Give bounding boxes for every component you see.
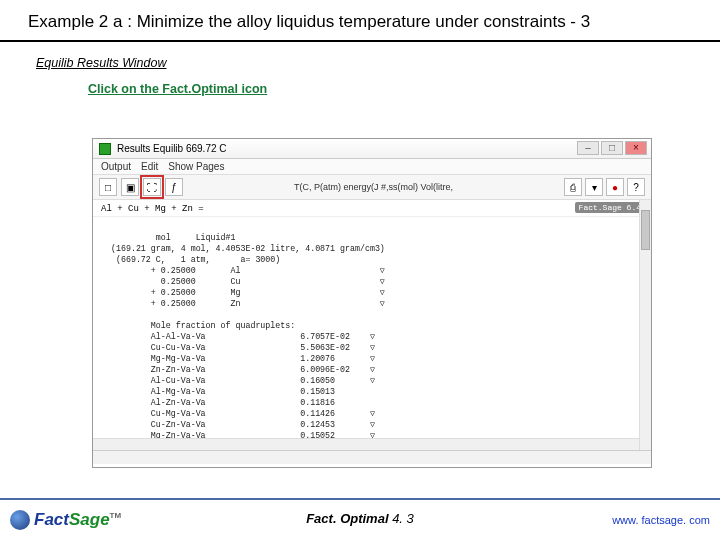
menubar: Output Edit Show Pages bbox=[93, 159, 651, 175]
footer-product: Fact. Optimal bbox=[306, 511, 388, 526]
window-controls: – □ × bbox=[577, 141, 647, 155]
instruction-click-optimal: Click on the Fact.Optimal icon bbox=[0, 70, 720, 102]
results-text: mol Liquid#1 (169.21 gram, 4 mol, 4.4053… bbox=[93, 217, 651, 450]
minimize-button[interactable]: – bbox=[577, 141, 599, 155]
open-icon[interactable]: ▣ bbox=[121, 178, 139, 196]
menu-edit[interactable]: Edit bbox=[141, 161, 158, 172]
app-icon bbox=[99, 143, 111, 155]
footer: FactSageTM Fact. Optimal 4. 3 www. facts… bbox=[0, 500, 720, 540]
close-button[interactable]: × bbox=[625, 141, 647, 155]
formula-text: Al + Cu + Mg + Zn = bbox=[101, 204, 204, 214]
window-titlebar: Results Equilib 669.72 C – □ × bbox=[93, 139, 651, 159]
logo-sage: Sage bbox=[69, 510, 110, 529]
formula-bar: Al + Cu + Mg + Zn = Fact.Sage 6.4 bbox=[93, 200, 651, 217]
maximize-button[interactable]: □ bbox=[601, 141, 623, 155]
slide-title: Example 2 a : Minimize the alloy liquidu… bbox=[0, 0, 720, 38]
results-window: Results Equilib 669.72 C – □ × Output Ed… bbox=[92, 138, 652, 468]
help-icon[interactable]: ? bbox=[627, 178, 645, 196]
fact-optimal-icon[interactable]: ⛶ bbox=[143, 178, 161, 196]
logo-fact: Fact bbox=[34, 510, 69, 529]
menu-show-pages[interactable]: Show Pages bbox=[168, 161, 224, 172]
footer-center: Fact. Optimal 4. 3 bbox=[306, 511, 414, 526]
menu-output[interactable]: Output bbox=[101, 161, 131, 172]
footer-url: www. factsage. com bbox=[612, 514, 710, 526]
results-pane: Al + Cu + Mg + Zn = Fact.Sage 6.4 mol Li… bbox=[93, 200, 651, 450]
page-icon[interactable]: □ bbox=[99, 178, 117, 196]
scroll-thumb[interactable] bbox=[641, 210, 650, 250]
dropdown-icon[interactable]: ▾ bbox=[585, 178, 603, 196]
statusbar bbox=[93, 450, 651, 464]
function-icon[interactable]: ƒ bbox=[165, 178, 183, 196]
brand-tag: Fact.Sage 6.4 bbox=[575, 202, 645, 213]
record-icon[interactable]: ● bbox=[606, 178, 624, 196]
vertical-scrollbar[interactable] bbox=[639, 200, 651, 450]
toolbar-caption: T(C, P(atm) energy(J #,ss(mol) Vol(litre… bbox=[187, 182, 560, 192]
toolbar: □ ▣ ⛶ ƒ T(C, P(atm) energy(J #,ss(mol) V… bbox=[93, 175, 651, 200]
horizontal-scrollbar[interactable] bbox=[93, 438, 639, 450]
factsage-logo: FactSageTM bbox=[10, 510, 121, 530]
window-title: Results Equilib 669.72 C bbox=[117, 143, 227, 154]
logo-tm: TM bbox=[110, 511, 122, 520]
print-icon[interactable]: ⎙ bbox=[564, 178, 582, 196]
subheading-results-window: Equilib Results Window bbox=[0, 42, 720, 70]
footer-version: 4. 3 bbox=[389, 511, 414, 526]
toolbar-right: ⎙ ▾ ● ? bbox=[564, 178, 645, 196]
logo-globe-icon bbox=[10, 510, 30, 530]
